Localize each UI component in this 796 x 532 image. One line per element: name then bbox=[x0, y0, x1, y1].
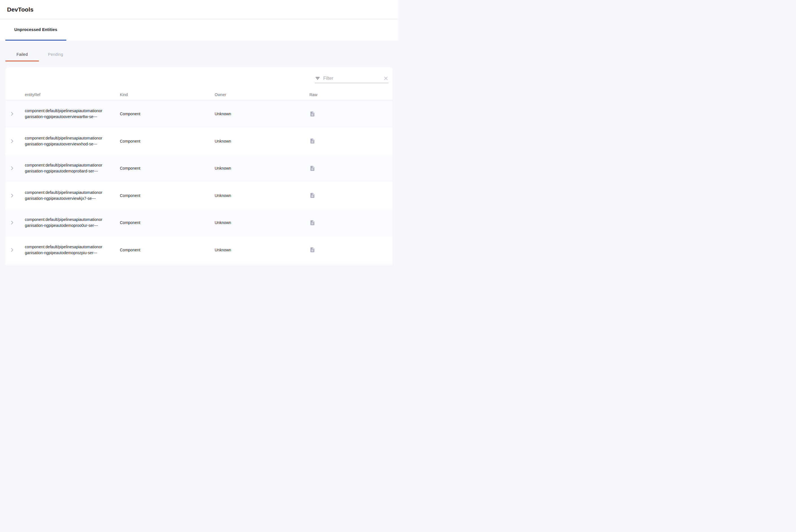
page-title: DevTools bbox=[7, 6, 34, 13]
kind-cell: Component bbox=[120, 112, 215, 116]
entityref-cell: component:default/pipelinesapiautomation… bbox=[25, 217, 120, 229]
secondary-tab-bar: Failed Pending bbox=[5, 41, 398, 61]
chevron-right-icon[interactable] bbox=[8, 192, 16, 199]
owner-cell: Unknown bbox=[215, 248, 309, 252]
kind-cell: Component bbox=[120, 166, 215, 170]
entityref-cell: component:default/pipelinesapiautomation… bbox=[25, 190, 120, 202]
entityref-cell: component:default/pipelinesapiautomation… bbox=[25, 108, 120, 120]
owner-cell: Unknown bbox=[215, 112, 309, 116]
table-row: component:default/pipelinesapiautomation… bbox=[5, 128, 393, 155]
document-icon[interactable] bbox=[309, 166, 315, 171]
kind-cell: Component bbox=[120, 248, 215, 252]
owner-cell: Unknown bbox=[215, 166, 309, 170]
table-header-row: entityRef Kind Owner Raw bbox=[5, 83, 393, 100]
table-row: component:default/pipelinesapiautomation… bbox=[5, 209, 393, 236]
primary-tab-bar: Unprocessed Entities bbox=[0, 19, 398, 41]
kind-cell: Component bbox=[120, 139, 215, 144]
table-row-partial bbox=[5, 264, 393, 266]
document-icon[interactable] bbox=[309, 111, 315, 117]
owner-cell: Unknown bbox=[215, 220, 309, 225]
entityref-cell: component:default/pipelinesapiautomation… bbox=[25, 162, 120, 174]
table-row: component:default/pipelinesapiautomation… bbox=[5, 236, 393, 264]
kind-cell: Component bbox=[120, 220, 215, 225]
column-header-kind: Kind bbox=[120, 92, 215, 97]
table-row: component:default/pipelinesapiautomation… bbox=[5, 155, 393, 182]
document-icon[interactable] bbox=[309, 220, 315, 226]
document-icon[interactable] bbox=[309, 138, 315, 144]
tab-unprocessed-entities[interactable]: Unprocessed Entities bbox=[5, 19, 66, 41]
chevron-right-icon[interactable] bbox=[8, 246, 16, 253]
document-icon[interactable] bbox=[309, 247, 315, 253]
chevron-right-icon[interactable] bbox=[8, 137, 16, 145]
app-header: DevTools bbox=[0, 0, 398, 19]
entityref-cell: component:default/pipelinesapiautomation… bbox=[25, 135, 120, 147]
column-header-raw: Raw bbox=[309, 92, 393, 97]
filter-row bbox=[5, 67, 393, 83]
table-row: component:default/pipelinesapiautomation… bbox=[5, 100, 393, 128]
table-row: component:default/pipelinesapiautomation… bbox=[5, 182, 393, 209]
entityref-cell: component:default/pipelinesapiautomation… bbox=[25, 244, 120, 256]
owner-cell: Unknown bbox=[215, 139, 309, 144]
chevron-right-icon[interactable] bbox=[8, 165, 16, 172]
chevron-right-icon[interactable] bbox=[8, 110, 16, 117]
owner-cell: Unknown bbox=[215, 193, 309, 198]
chevron-right-icon[interactable] bbox=[8, 219, 16, 226]
tab-pending[interactable]: Pending bbox=[39, 48, 72, 61]
column-header-owner: Owner bbox=[215, 92, 309, 97]
filter-input[interactable] bbox=[323, 76, 381, 81]
clear-icon[interactable] bbox=[384, 76, 388, 80]
kind-cell: Component bbox=[120, 193, 215, 198]
table-body: component:default/pipelinesapiautomation… bbox=[5, 100, 393, 266]
filter-field bbox=[315, 76, 388, 83]
tab-failed[interactable]: Failed bbox=[5, 48, 39, 61]
unprocessed-entities-card: entityRef Kind Owner Raw component:defau… bbox=[5, 67, 393, 266]
column-header-entityref: entityRef bbox=[25, 92, 120, 97]
document-icon[interactable] bbox=[309, 192, 315, 198]
filter-list-icon bbox=[315, 76, 320, 81]
